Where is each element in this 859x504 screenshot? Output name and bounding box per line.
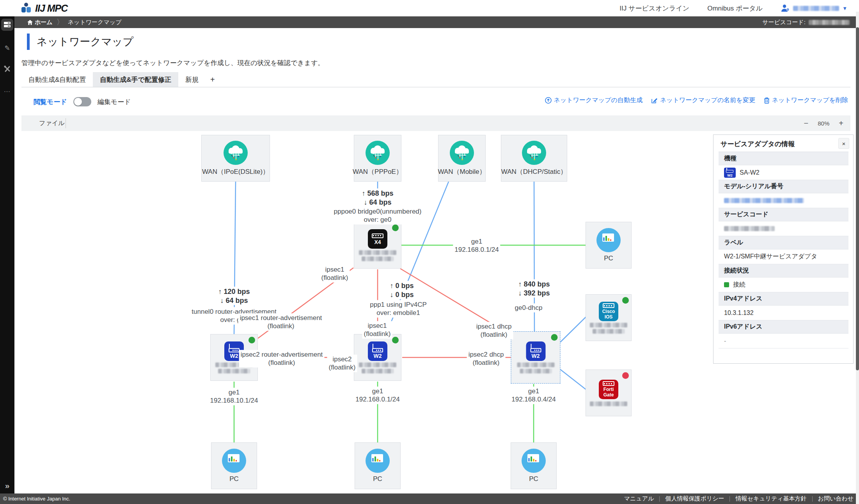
wan-cloud-icon xyxy=(522,141,546,165)
delete-map-link[interactable]: ネットワークマップを削除 xyxy=(764,96,848,104)
row-header-label: ラベル xyxy=(719,236,848,249)
mode-toggle[interactable] xyxy=(73,97,91,106)
user-menu[interactable]: ▼ xyxy=(781,4,847,13)
home-icon xyxy=(27,20,33,25)
auto-generate-map-link[interactable]: ネットワークマップの自動生成 xyxy=(545,96,642,104)
node-pc-3[interactable]: PC xyxy=(511,442,557,489)
node-pc-top[interactable]: PC xyxy=(586,222,632,269)
wan-cloud-icon xyxy=(224,141,248,165)
row-value-ipv4: 10.3.1.132 xyxy=(719,306,848,320)
w2-router-icon: W2 xyxy=(368,341,387,361)
scrollbar-track[interactable] xyxy=(856,12,859,504)
redacted-node-code xyxy=(362,369,394,373)
service-code: サービスコード: xyxy=(762,16,850,28)
edit-icon xyxy=(651,97,658,104)
generate-icon xyxy=(545,97,552,104)
zoom-out-button[interactable]: − xyxy=(804,119,809,128)
node-label: PC xyxy=(604,255,613,262)
pc-icon xyxy=(522,449,546,473)
x4-router-icon: X4 xyxy=(368,229,387,249)
row-header-ipv4: IPv4アドレス xyxy=(719,292,848,306)
pc-icon xyxy=(366,449,390,473)
ellipsis-icon: ... xyxy=(4,87,10,94)
edge-label-x4-lan: ge1192.168.0.1/24 xyxy=(453,237,500,255)
node-pc-2[interactable]: PC xyxy=(355,442,401,489)
node-router-w2-3-selected[interactable]: W2 xyxy=(511,331,561,384)
sidebar-item-more[interactable]: ... xyxy=(0,87,14,94)
node-wan-mobile[interactable]: WAN（Mobile） xyxy=(438,135,486,182)
row-value-connection: 接続 xyxy=(719,278,848,292)
node-router-w2-2[interactable]: W2 xyxy=(354,334,401,381)
pencil-icon: ✎ xyxy=(4,44,10,52)
redacted-serial xyxy=(724,198,804,203)
edge-w2-3-cisco xyxy=(559,317,586,343)
iij-logo-icon xyxy=(21,2,32,14)
panel-title: サービスアダプタの情報 xyxy=(721,140,795,149)
redacted-node-name xyxy=(359,250,396,255)
redacted-node-code xyxy=(520,369,552,373)
edge-label-dslite-bps: ↑ 120 bps↓ 64 bps xyxy=(217,287,251,305)
app-root: IIJ MPC IIJ サービスオンライン Omnibus ポータル ▼ xyxy=(0,0,859,504)
footer-link-contact[interactable]: お問い合わせ xyxy=(818,495,854,502)
edge-label-ipsec2: ipsec2(floatlink) xyxy=(327,355,357,372)
iij-mpc-logo[interactable]: IIJ MPC xyxy=(21,2,67,14)
node-pc-1[interactable]: PC xyxy=(211,442,257,489)
trash-icon xyxy=(764,97,770,104)
redacted-node-name xyxy=(517,363,554,367)
edge-label-w2-1-lan: ge1192.168.10.1/24 xyxy=(209,388,260,405)
link-omnibus-portal[interactable]: Omnibus ポータル xyxy=(707,4,763,13)
breadcrumb: ホーム 〉 ネットワークマップ xyxy=(27,16,122,28)
edge-label-ipsec2-dhcp: ipsec2 dhcp(floatlink) xyxy=(467,350,506,368)
breadcrumb-current: ネットワークマップ xyxy=(68,19,122,26)
redacted-node-name xyxy=(590,401,627,406)
redacted-node-code xyxy=(362,256,394,261)
tab-auto-generate-auto-place[interactable]: 自動生成&自動配置 xyxy=(21,72,93,87)
node-fortigate[interactable]: FortiGate xyxy=(586,370,632,416)
breadcrumb-home[interactable]: ホーム xyxy=(27,19,53,26)
sidebar-item-tools[interactable] xyxy=(0,65,14,73)
status-dot-connected xyxy=(622,297,629,304)
footer-link-security[interactable]: 情報セキュリティ基本方針 xyxy=(735,495,806,502)
row-value-label: W2-1/SMF中継サービスアダプタ xyxy=(719,249,848,264)
redacted-node-name xyxy=(359,363,396,367)
edge-label-ge0-dhcp: ge0-dhcp xyxy=(513,303,544,312)
breadcrumb-bar: ホーム 〉 ネットワークマップ サービスコード: xyxy=(0,16,859,28)
user-gear-icon xyxy=(781,4,790,13)
left-sidebar: ✎ ... » xyxy=(0,16,14,493)
toolbar-divider xyxy=(66,118,66,128)
footer-link-privacy[interactable]: 個人情報保護ポリシー xyxy=(665,495,724,502)
close-icon[interactable]: × xyxy=(838,138,849,149)
service-adapter-info-panel: サービスアダプタの情報 × 機種 W2 SA-W2 モデル-シリアル番号 サービ… xyxy=(713,134,854,364)
file-menu-button[interactable]: ファイル xyxy=(39,115,65,131)
rename-map-link[interactable]: ネットワークマップの名前を変更 xyxy=(651,96,755,104)
scrollbar-thumb[interactable] xyxy=(856,27,859,370)
zoom-in-button[interactable]: + xyxy=(839,119,843,128)
node-cisco-ios[interactable]: CiscoIOS xyxy=(586,294,632,341)
footer-separator xyxy=(812,496,813,502)
node-label: PC xyxy=(373,475,382,483)
link-service-online[interactable]: IIJ サービスオンライン xyxy=(619,4,689,13)
tab-auto-generate-manual-fix[interactable]: 自動生成&手で配置修正 xyxy=(93,72,178,87)
node-wan-dslite[interactable]: WAN（IPoE(DSLite)） xyxy=(201,135,270,182)
node-router-x4[interactable]: X4 xyxy=(354,222,401,269)
view-mode-label: 閲覧モード xyxy=(34,97,67,106)
logo-text: IIJ MPC xyxy=(35,3,67,14)
edge-label-w2-3-lan: ge1192.168.0.4/24 xyxy=(510,387,557,404)
sidebar-collapse-button[interactable]: » xyxy=(0,481,14,490)
tab-add-button[interactable]: + xyxy=(206,72,220,87)
mode-row: 閲覧モード 編集モード xyxy=(34,95,131,108)
node-label: WAN（PPPoE） xyxy=(353,167,403,176)
node-wan-dhcp-static[interactable]: WAN（DHCP/Static） xyxy=(501,135,567,182)
sidebar-item-network-map[interactable] xyxy=(0,16,14,31)
footer-link-manual[interactable]: マニュアル xyxy=(624,495,654,502)
edge-label-ipsec1-dhcp: ipsec1 dhcp(floatlink) xyxy=(475,322,513,340)
row-header-model: 機種 xyxy=(719,152,848,165)
map-actions: ネットワークマップの自動生成 ネットワークマップの名前を変更 ネットワークマップ… xyxy=(545,96,848,104)
pc-icon xyxy=(222,449,246,473)
copyright: © Internet Initiative Japan Inc. xyxy=(3,493,70,504)
node-wan-pppoe[interactable]: WAN（PPPoE） xyxy=(354,135,401,182)
status-dot-error xyxy=(622,372,629,379)
map-tabs: 自動生成&自動配置 自動生成&手で配置修正 新規 + xyxy=(21,72,850,87)
sidebar-item-edit[interactable]: ✎ xyxy=(0,44,14,52)
tab-new[interactable]: 新規 xyxy=(178,72,206,87)
